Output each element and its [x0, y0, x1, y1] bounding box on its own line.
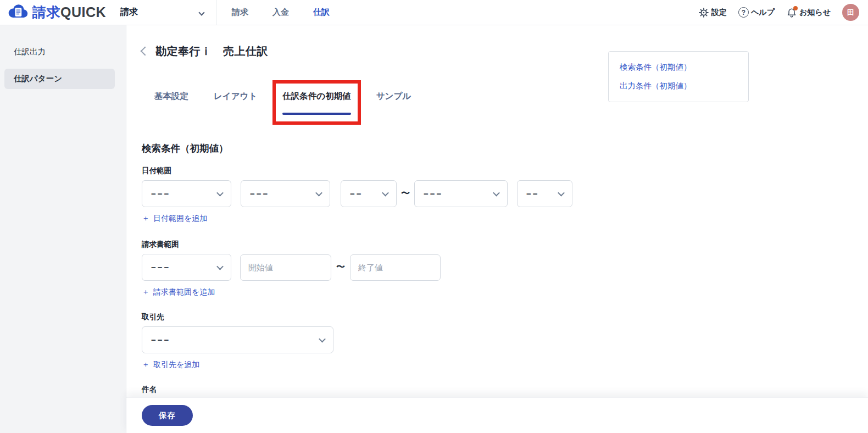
plus-icon: ＋ — [142, 214, 149, 224]
add-date-range-label: 日付範囲を追加 — [153, 214, 207, 224]
main-area: 勘定奉行ｉ 売上仕訳 基本設定 レイアウト 仕訳条件の初期値 サンプル 検索条件… — [126, 25, 868, 433]
notifications-label: お知らせ — [799, 8, 831, 18]
nav-item-shiwake[interactable]: 仕訳 — [313, 7, 330, 18]
plus-icon: ＋ — [142, 360, 149, 370]
date-range-label: 日付範囲 — [142, 166, 868, 176]
chevron-down-icon — [493, 190, 500, 197]
chevron-down-icon — [319, 336, 326, 343]
tab-bar: 基本設定 レイアウト 仕訳条件の初期値 サンプル — [154, 91, 868, 115]
help-icon: ? — [738, 7, 749, 18]
bell-icon — [786, 7, 797, 18]
date-range-select-5[interactable]: −− — [517, 180, 572, 207]
add-invoice-range-label: 請求書範囲を追加 — [153, 287, 215, 297]
service-selector-label: 請求 — [120, 7, 138, 18]
logo-text-en: QUICK — [60, 4, 106, 20]
notification-badge — [793, 6, 798, 10]
sidebar-item-shiwake-output[interactable]: 仕訳出力 — [0, 45, 126, 58]
sidebar-item-shiwake-pattern[interactable]: 仕訳パターン — [4, 69, 115, 89]
page-title-row: 勘定奉行ｉ 売上仕訳 — [142, 44, 868, 58]
chevron-down-icon — [198, 9, 204, 15]
service-selector-dropdown[interactable]: 請求 — [120, 7, 204, 18]
section-title-search-conditions: 検索条件（初期値） — [142, 142, 868, 155]
header-actions: 設定 ? ヘルプ お知らせ 田 — [698, 4, 868, 21]
back-icon[interactable] — [141, 47, 150, 56]
plus-icon: ＋ — [142, 287, 149, 297]
top-header: 請求QUICK 請求 請求 入金 仕訳 — [0, 0, 868, 25]
date-range-select-4[interactable]: −−− — [414, 180, 508, 207]
logo-text: 請求QUICK — [32, 3, 106, 21]
tab-journal-condition-defaults-label: 仕訳条件の初期値 — [282, 91, 350, 101]
chevron-down-icon — [558, 190, 565, 197]
subject-label: 件名 — [142, 385, 868, 395]
chevron-down-icon — [216, 190, 224, 197]
add-client-label: 取引先を追加 — [153, 360, 199, 370]
sidebar: 仕訳出力 仕訳パターン — [0, 25, 126, 433]
nav-item-nyukin[interactable]: 入金 — [272, 7, 289, 18]
tab-layout[interactable]: レイアウト — [214, 91, 257, 102]
tab-sample[interactable]: サンプル — [376, 91, 411, 102]
chevron-down-icon — [216, 263, 224, 270]
help-label: ヘルプ — [751, 8, 775, 18]
client-label: 取引先 — [142, 312, 868, 322]
tilde-separator: 〜 — [336, 262, 345, 273]
app-root: 請求QUICK 請求 請求 入金 仕訳 — [0, 0, 868, 433]
active-tab-underline — [282, 113, 350, 115]
invoice-range-start-input[interactable] — [240, 254, 331, 281]
chevron-down-icon — [315, 190, 322, 197]
page-title: 勘定奉行ｉ 売上仕訳 — [155, 44, 268, 59]
logo-text-jp: 請求 — [32, 4, 60, 20]
quick-link-search-conditions[interactable]: 検索条件（初期値） — [620, 62, 737, 73]
add-invoice-range-link[interactable]: ＋ 請求書範囲を追加 — [142, 287, 215, 297]
quick-link-output-conditions[interactable]: 出力条件（初期値） — [620, 81, 737, 91]
header-divider — [216, 0, 216, 25]
user-avatar[interactable]: 田 — [842, 4, 859, 21]
date-range-select-1[interactable]: −−− — [142, 180, 231, 207]
date-range-select-2[interactable]: −−− — [241, 180, 330, 207]
app-logo[interactable]: 請求QUICK — [0, 3, 106, 22]
client-row: −−− — [142, 326, 868, 353]
invoice-range-end-input[interactable] — [350, 254, 441, 281]
add-client-link[interactable]: ＋ 取引先を追加 — [142, 360, 199, 370]
date-range-row: −−− −−− −− 〜 −−− −− — [142, 180, 868, 207]
settings-button[interactable]: 設定 — [698, 7, 727, 18]
tab-journal-condition-defaults[interactable]: 仕訳条件の初期値 — [274, 91, 359, 115]
chevron-down-icon — [382, 190, 389, 197]
date-range-select-3[interactable]: −− — [341, 180, 397, 207]
save-button[interactable]: 保存 — [142, 405, 193, 426]
tab-basic-settings[interactable]: 基本設定 — [154, 91, 188, 102]
gear-icon — [698, 7, 709, 18]
cloud-document-logo-icon — [7, 3, 29, 22]
invoice-range-select[interactable]: −−− — [142, 254, 231, 281]
notifications-button[interactable]: お知らせ — [786, 7, 831, 18]
invoice-range-label: 請求書範囲 — [142, 240, 868, 249]
footer-bar: 保存 — [126, 397, 868, 433]
primary-nav: 請求 入金 仕訳 — [232, 7, 330, 18]
tilde-separator: 〜 — [401, 188, 410, 199]
client-select[interactable]: −−− — [142, 326, 333, 353]
settings-label: 設定 — [711, 8, 727, 18]
help-button[interactable]: ? ヘルプ — [738, 7, 775, 18]
main-content: 勘定奉行ｉ 売上仕訳 基本設定 レイアウト 仕訳条件の初期値 サンプル 検索条件… — [126, 25, 868, 433]
quick-links-card: 検索条件（初期値） 出力条件（初期値） — [608, 51, 749, 102]
red-annotation-box — [272, 80, 360, 125]
invoice-range-row: −−− 〜 — [142, 254, 868, 281]
add-date-range-link[interactable]: ＋ 日付範囲を追加 — [142, 214, 207, 224]
nav-item-seikyu[interactable]: 請求 — [232, 7, 248, 18]
